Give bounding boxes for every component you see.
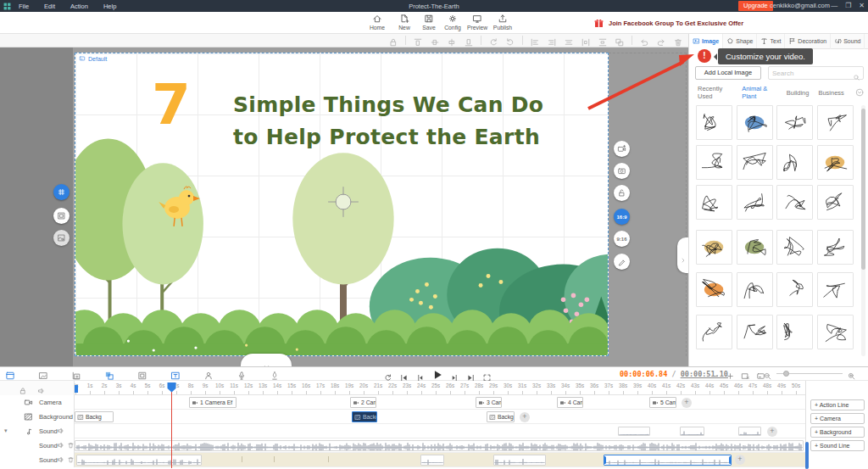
- timeline-vertical-scrollbar[interactable]: [805, 442, 809, 469]
- lock-tracks-icon[interactable]: [19, 383, 27, 392]
- upgrade-button[interactable]: Upgrade: [738, 1, 773, 11]
- snapshot-frame-button[interactable]: [53, 230, 70, 246]
- add-camera-button[interactable]: + Camera: [810, 413, 865, 424]
- camera-clip[interactable]: 4 Cam: [557, 397, 583, 408]
- image-thumb-daisy-flower[interactable]: [737, 105, 773, 140]
- search-icon[interactable]: [853, 70, 860, 77]
- clip-trim-handle-right[interactable]: [729, 456, 732, 464]
- prev-frame-icon[interactable]: [415, 371, 425, 380]
- camera-clip[interactable]: 3 Cam: [476, 397, 502, 408]
- rotate-cw-icon[interactable]: [505, 36, 515, 46]
- menu-help[interactable]: Help: [96, 3, 124, 10]
- add-background-clip-button[interactable]: +: [520, 412, 530, 422]
- expand-categories-button[interactable]: [855, 87, 864, 98]
- align-center-icon[interactable]: [564, 36, 574, 46]
- maximize-button[interactable]: ❐: [845, 0, 851, 12]
- menu-edit[interactable]: Edit: [36, 3, 63, 10]
- panel-scrollbar-thumb[interactable]: [861, 109, 865, 270]
- image-thumb-kiwi-bird[interactable]: [817, 230, 854, 265]
- mute-all-icon[interactable]: [37, 383, 46, 392]
- add-sound-clip-button-2[interactable]: +: [735, 455, 745, 465]
- align-left-icon[interactable]: [530, 36, 540, 46]
- facebook-promo[interactable]: Join Facebook Group To Get Exclusive Off…: [593, 18, 743, 29]
- sound-clip-selected[interactable]: [604, 455, 732, 466]
- trim-icon[interactable]: [741, 369, 750, 378]
- headline-text[interactable]: Simple Things We Can Do to Help Protect …: [233, 89, 543, 154]
- image-thumb-fish-school[interactable]: [776, 272, 813, 307]
- add-local-image-button[interactable]: Add Local Image: [695, 66, 761, 80]
- image-thumb-eagle[interactable]: [737, 315, 773, 349]
- image-thumb-ant[interactable]: [817, 315, 854, 349]
- equal-size-icon[interactable]: [615, 36, 625, 46]
- text-box-icon[interactable]: [170, 369, 181, 379]
- delete-track-icon[interactable]: [67, 455, 75, 464]
- image-thumb-camel[interactable]: [776, 145, 813, 180]
- add-camera-clip-button[interactable]: +: [682, 398, 692, 408]
- delete-icon[interactable]: [673, 36, 683, 46]
- playhead-handle[interactable]: [166, 381, 177, 392]
- distribute-h-icon[interactable]: [581, 36, 591, 46]
- category-business[interactable]: Business: [818, 89, 843, 97]
- minimize-button[interactable]: —: [831, 0, 837, 12]
- sound-thumb-clip[interactable]: [618, 427, 650, 436]
- delete-track-icon[interactable]: [67, 441, 75, 449]
- background-clip[interactable]: Backg: [487, 411, 515, 422]
- toolbar-publish-button[interactable]: Publish: [488, 14, 517, 31]
- tab-decoration[interactable]: Decoration: [785, 34, 831, 49]
- toolbar-preview-button[interactable]: Preview: [463, 14, 492, 31]
- skip-end-icon[interactable]: [466, 371, 476, 380]
- image-thumb-elephant[interactable]: [817, 272, 854, 307]
- image-thumb-ladybug[interactable]: [737, 145, 773, 180]
- align-top-icon[interactable]: [413, 36, 423, 46]
- aspect-16-9-button[interactable]: 16:9: [614, 209, 630, 225]
- mute-track-icon[interactable]: [57, 441, 65, 449]
- add-background-button[interactable]: + Background: [810, 427, 865, 438]
- scene-name-label[interactable]: Default: [79, 55, 107, 62]
- transition-icon[interactable]: [104, 369, 114, 379]
- timeline-inpoint-marker[interactable]: [75, 385, 78, 393]
- zoom-slider-knob[interactable]: [783, 371, 789, 377]
- skip-start-icon[interactable]: [399, 371, 409, 380]
- redo-icon[interactable]: [656, 36, 666, 46]
- aspect-9-16-button[interactable]: 9:16: [614, 231, 630, 247]
- account-email[interactable]: cenkikko@gmail.com: [770, 0, 830, 12]
- distribute-v-icon[interactable]: [598, 36, 608, 46]
- safe-frame-button[interactable]: [53, 208, 70, 224]
- image-thumb-giraffe[interactable]: [817, 145, 854, 180]
- background-clip-selected[interactable]: Backg: [352, 411, 377, 422]
- playhead-line[interactable]: [171, 382, 172, 468]
- plus-icon[interactable]: [726, 369, 735, 378]
- image-thumb-zebra[interactable]: [776, 230, 813, 265]
- frame-icon[interactable]: [137, 369, 147, 379]
- minus-icon[interactable]: [710, 369, 720, 378]
- image-thumb-panther[interactable]: [737, 272, 773, 307]
- image-thumb-duck[interactable]: [737, 230, 773, 265]
- clip-trim-handle-left[interactable]: [604, 456, 606, 464]
- align-bottom-icon[interactable]: [464, 36, 474, 46]
- collapse-group-icon[interactable]: ▾: [4, 427, 8, 434]
- mute-track-icon[interactable]: [57, 427, 65, 435]
- sound-thumb-clip[interactable]: [680, 427, 704, 436]
- tab-library[interactable]: Library: [865, 34, 868, 49]
- lock-icon[interactable]: [388, 36, 398, 46]
- ink-icon[interactable]: [270, 369, 280, 379]
- sound-clip[interactable]: [493, 455, 546, 466]
- align-vcenter-icon[interactable]: [430, 36, 440, 46]
- menu-action[interactable]: Action: [63, 3, 96, 10]
- next-frame-icon[interactable]: [450, 371, 459, 380]
- tab-text[interactable]: Text: [757, 34, 785, 49]
- lock-camera-button[interactable]: [614, 185, 630, 201]
- image-thumb-octopus[interactable]: [776, 105, 813, 140]
- image-thumb-dog-and-cat[interactable]: [817, 185, 854, 220]
- image-thumb-hippopotamus[interactable]: [817, 105, 854, 140]
- toolbar-home-button[interactable]: Home: [363, 14, 392, 31]
- tab-shape[interactable]: Shape: [723, 34, 757, 49]
- image-thumb-crab[interactable]: [696, 185, 732, 220]
- close-button[interactable]: ✕: [859, 0, 865, 12]
- tab-sound[interactable]: Sound: [831, 34, 865, 49]
- category-animal-plant[interactable]: Animal & Plant: [742, 85, 777, 100]
- scene-list-icon[interactable]: [5, 369, 15, 379]
- tab-image[interactable]: Image: [689, 34, 723, 49]
- align-right-icon[interactable]: [547, 36, 557, 46]
- sound-clip[interactable]: [420, 455, 444, 466]
